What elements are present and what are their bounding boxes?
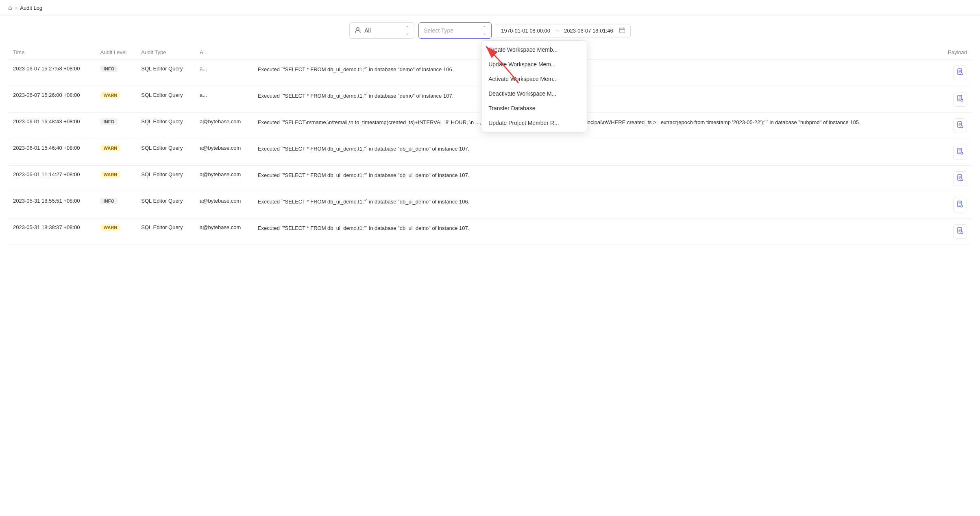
cell-level: INFO: [96, 192, 137, 219]
cell-type: SQL Editor Query: [136, 113, 195, 139]
audit-level-badge: WARN: [100, 92, 121, 98]
type-filter-select[interactable]: Select Type ⌃⌄: [418, 22, 492, 39]
payload-text: Executed `"SELECT * FROM db_ui_demo.t1;"…: [258, 198, 948, 206]
payload-view-button[interactable]: [953, 145, 967, 160]
dropdown-item-create-workspace[interactable]: Create Workspace Memb...: [482, 42, 587, 57]
cell-time: 2023-05-31 18:55:51 +08:00: [8, 192, 96, 219]
audit-level-badge: INFO: [100, 198, 118, 204]
table-row: 2023-05-31 18:38:37 +08:00 WARN SQL Edit…: [8, 219, 972, 245]
payload-cell: Executed `"SELECT * FROM db_ui_demo.t1;"…: [258, 224, 967, 239]
audit-level-badge: WARN: [100, 145, 121, 151]
user-filter-select[interactable]: All ⌃⌄: [349, 22, 414, 39]
cell-level: INFO: [96, 60, 137, 86]
user-filter-label: All: [364, 27, 402, 34]
cell-type: SQL Editor Query: [136, 86, 195, 113]
cell-payload: Executed `"SELECT * FROM db_ui_demo.t1;"…: [253, 166, 972, 192]
cell-actor: a@bytebase.com: [195, 166, 253, 192]
cell-actor: a@bytebase.com: [195, 113, 253, 139]
cell-payload: Executed `"SELECT * FROM db_ui_demo.t1;"…: [253, 86, 972, 113]
payload-view-button[interactable]: [953, 224, 967, 239]
dropdown-item-update-project-member[interactable]: Update Project Member R...: [482, 116, 587, 130]
user-filter-arrow: ⌃⌄: [405, 25, 409, 36]
cell-actor: a@bytebase.com: [195, 219, 253, 245]
audit-level-badge: WARN: [100, 171, 121, 178]
svg-rect-1: [619, 28, 625, 33]
cell-type: SQL Editor Query: [136, 219, 195, 245]
cell-type: SQL Editor Query: [136, 166, 195, 192]
payload-cell: Executed `"SELECT * FROM db_ui_demo.t1;"…: [258, 198, 967, 212]
cell-payload: Executed `"SELECT * FROM db_ui_demo.t1;"…: [253, 219, 972, 245]
breadcrumb-chevron: >: [15, 5, 18, 11]
dropdown-item-deactivate-workspace[interactable]: Deactivate Workspace M...: [482, 86, 587, 101]
cell-level: INFO: [96, 113, 137, 139]
cell-time: 2023-06-07 15:26:00 +08:00: [8, 86, 96, 113]
payload-view-button[interactable]: [953, 171, 967, 186]
col-audit-level: Audit Level: [96, 45, 137, 60]
payload-text: Executed `"SELECT * FROM db_ui_demo.t1;"…: [258, 92, 948, 100]
date-to: 2023-06-07 18:01:46: [564, 28, 613, 34]
date-from: 1970-01-01 08:00:00: [501, 28, 550, 34]
home-icon[interactable]: ⌂: [8, 4, 12, 11]
cell-type: SQL Editor Query: [136, 139, 195, 166]
type-filter-placeholder: Select Type: [424, 27, 453, 34]
payload-text: Executed `"SELECT * FROM db_ui_demo.t1;"…: [258, 145, 948, 153]
cell-payload: Executed `"SELECT\n\tname,\n\temail,\n t…: [253, 113, 972, 139]
type-filter-arrow: ⌃⌄: [483, 25, 486, 36]
payload-text: Executed `"SELECT * FROM db_ui_demo.t1;"…: [258, 171, 948, 179]
cell-level: WARN: [96, 139, 137, 166]
user-icon: [355, 27, 361, 35]
cell-time: 2023-06-01 15:46:40 +08:00: [8, 139, 96, 166]
cell-time: 2023-06-07 15:27:58 +08:00: [8, 60, 96, 86]
cell-payload: Executed `"SELECT * FROM db_ui_demo.t1;"…: [253, 139, 972, 166]
calendar-icon: [619, 27, 625, 35]
date-range-arrow: →: [554, 27, 560, 34]
cell-time: 2023-05-31 18:38:37 +08:00: [8, 219, 96, 245]
payload-text: Executed `"SELECT\n\tname,\n\temail,\n t…: [258, 118, 948, 127]
audit-level-badge: INFO: [100, 66, 118, 72]
cell-time: 2023-06-01 11:14:27 +08:00: [8, 166, 96, 192]
payload-cell: Executed `"SELECT * FROM db_ui_demo.t1;"…: [258, 145, 967, 160]
payload-cell: Executed `"SELECT\n\tname,\n\temail,\n t…: [258, 118, 967, 133]
breadcrumb: ⌂ > Audit Log: [0, 0, 980, 16]
cell-level: WARN: [96, 219, 137, 245]
payload-text: Executed `"SELECT * FROM db_ui_demo.t1;"…: [258, 66, 948, 74]
cell-level: WARN: [96, 166, 137, 192]
cell-actor: a...: [195, 86, 253, 113]
payload-view-button[interactable]: [953, 198, 967, 212]
payload-cell: Executed `"SELECT * FROM db_ui_demo.t1;"…: [258, 66, 967, 80]
col-actor: A...: [195, 45, 253, 60]
payload-view-button[interactable]: [953, 118, 967, 133]
cell-payload: Executed `"SELECT * FROM db_ui_demo.t1;"…: [253, 60, 972, 86]
cell-actor: a@bytebase.com: [195, 192, 253, 219]
col-payload: Payload: [253, 45, 972, 60]
col-time: Time: [8, 45, 96, 60]
payload-text: Executed `"SELECT * FROM db_ui_demo.t1;"…: [258, 224, 948, 232]
table-row: 2023-06-01 11:14:27 +08:00 WARN SQL Edit…: [8, 166, 972, 192]
table-row: 2023-06-01 15:46:40 +08:00 WARN SQL Edit…: [8, 139, 972, 166]
cell-type: SQL Editor Query: [136, 192, 195, 219]
dropdown-item-activate-workspace[interactable]: Activate Workspace Mem...: [482, 72, 587, 86]
payload-view-button[interactable]: [953, 66, 967, 80]
table-row: 2023-05-31 18:55:51 +08:00 INFO SQL Edit…: [8, 192, 972, 219]
date-range-filter[interactable]: 1970-01-01 08:00:00 → 2023-06-07 18:01:4…: [496, 24, 630, 37]
payload-view-button[interactable]: [953, 92, 967, 107]
svg-point-0: [357, 28, 359, 30]
cell-actor: a@bytebase.com: [195, 139, 253, 166]
dropdown-item-update-workspace[interactable]: Update Workspace Mem...: [482, 57, 587, 72]
cell-actor: a...: [195, 60, 253, 86]
page-title: Audit Log: [20, 5, 42, 11]
type-dropdown-menu: Create Workspace Memb... Update Workspac…: [481, 40, 587, 132]
payload-cell: Executed `"SELECT * FROM db_ui_demo.t1;"…: [258, 92, 967, 107]
cell-level: WARN: [96, 86, 137, 113]
cell-type: SQL Editor Query: [136, 60, 195, 86]
col-audit-type: Audit Type: [136, 45, 195, 60]
cell-payload: Executed `"SELECT * FROM db_ui_demo.t1;"…: [253, 192, 972, 219]
payload-cell: Executed `"SELECT * FROM db_ui_demo.t1;"…: [258, 171, 967, 186]
audit-level-badge: WARN: [100, 224, 121, 231]
dropdown-item-transfer-database[interactable]: Transfer Database: [482, 101, 587, 116]
cell-time: 2023-06-01 16:48:43 +08:00: [8, 113, 96, 139]
audit-level-badge: INFO: [100, 118, 118, 125]
